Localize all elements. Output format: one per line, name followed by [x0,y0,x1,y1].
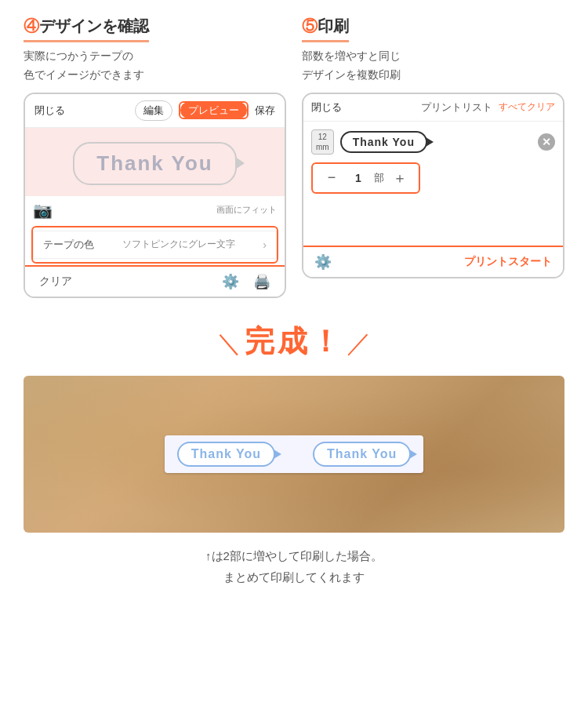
preview-label: Thank You [73,142,237,185]
bottom-caption: ↑は2部に増やして印刷した場合。 まとめて印刷してくれます [24,545,564,588]
left-phone-footer: クリア ⚙️ 🖨️ [25,265,285,297]
print-item-row: 12 mm Thank You ✕ [303,122,563,162]
qty-minus-btn[interactable]: − [321,167,343,189]
camera-row: 📷 画面にフィット [25,196,285,224]
delete-item-btn[interactable]: ✕ [538,133,555,151]
tape-value: ソフトピンクにグレー文字 [122,238,235,251]
edit-btn[interactable]: 編集 [135,100,172,121]
kansei-title: 完成！ [245,325,343,358]
qty-value: 1 [347,172,369,184]
print-icon[interactable]: 🖨️ [253,273,270,290]
step5-title: ⑤印刷 [302,16,349,42]
slash-left-icon: ＼ [216,326,241,361]
right-phone-header: 閉じる プリントリスト すべてクリア [303,94,563,122]
right-phone: 閉じる プリントリスト すべてクリア 12 mm Thank You ✕ [302,93,564,278]
tape-bubble-1: Thank You [177,442,275,467]
step4-desc: 実際につかうテープの色でイメージができます [24,47,286,85]
camera-icon[interactable]: 📷 [33,201,53,220]
tape-row[interactable]: テープの色 ソフトピンクにグレー文字 › [33,231,277,259]
step5-column: ⑤印刷 部数を増やすと同じデザインを複数印刷 閉じる プリントリスト すべてクリ… [302,16,564,298]
slash-right-icon: ／ [347,326,372,361]
caption-line2: まとめて印刷してくれます [24,566,564,588]
close-btn-left[interactable]: 閉じる [34,104,65,118]
tape-size-badge: 12 mm [311,129,334,155]
footer-icons: ⚙️ 🖨️ [222,273,270,290]
qty-section: − 1 部 ＋ [303,162,563,198]
tape-bubble-2: Thank You [313,442,411,467]
right-phone-footer: ⚙️ プリントスタート [303,246,563,277]
settings-icon[interactable]: ⚙️ [222,273,239,290]
print-spacer [303,198,563,230]
settings-icon-right[interactable]: ⚙️ [314,253,332,271]
clear-btn[interactable]: クリア [39,275,72,289]
preview-area: Thank You [25,128,285,196]
step4-column: ④デザインを確認 実際につかうテープの色でイメージができます 閉じる 編集 プレ… [24,16,286,298]
print-list-title: プリントリスト [421,100,492,115]
left-phone: 閉じる 編集 プレビュー 保存 Thank You 📷 画面にフィット [24,93,286,298]
step5-number: ⑤ [302,17,318,35]
qty-box-highlight: − 1 部 ＋ [311,162,420,194]
qty-plus-btn[interactable]: ＋ [389,167,411,189]
preview-tab-highlight: プレビュー [179,101,249,119]
print-start-btn[interactable]: プリントスタート [464,255,552,269]
step4-title: ④デザインを確認 [24,16,149,42]
tape-label: テープの色 [43,238,94,252]
fit-text: 画面にフィット [216,204,277,216]
tape-selector-highlight[interactable]: テープの色 ソフトピンクにグレー文字 › [31,226,278,264]
completion-section: ＼ 完成！ ／ [24,322,564,362]
tape-strip: Thank You Thank You [165,435,424,473]
caption-line1: ↑は2部に増やして印刷した場合。 [24,545,564,566]
print-bubble-label: Thank You [340,131,427,153]
photo-area: Thank You Thank You [24,376,564,533]
page: ④デザインを確認 実際につかうテープの色でイメージができます 閉じる 編集 プレ… [0,0,588,611]
step4-number: ④ [24,17,39,35]
chevron-right-icon: › [263,238,267,251]
clear-all-btn[interactable]: すべてクリア [499,100,555,114]
preview-btn[interactable]: プレビュー [180,102,247,118]
left-phone-header: 閉じる 編集 プレビュー 保存 [25,94,285,128]
step5-desc: 部数を増やすと同じデザインを複数印刷 [302,47,564,85]
close-btn-right[interactable]: 閉じる [311,100,342,115]
top-section: ④デザインを確認 実際につかうテープの色でイメージができます 閉じる 編集 プレ… [24,16,564,298]
save-btn[interactable]: 保存 [255,104,275,118]
qty-unit: 部 [374,171,384,185]
